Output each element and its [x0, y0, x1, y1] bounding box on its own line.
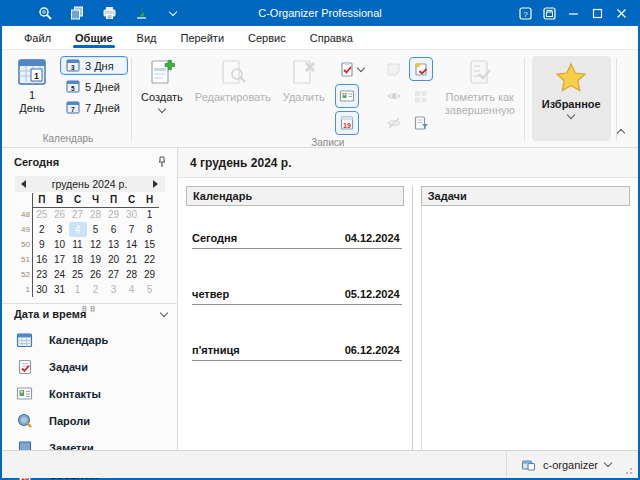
- close-icon[interactable]: [610, 4, 632, 22]
- hide-icon[interactable]: [382, 111, 406, 135]
- sidebar-item-tasks[interactable]: Задачи: [2, 353, 177, 380]
- calendar-day[interactable]: 18: [69, 252, 87, 267]
- sticky-note-icon[interactable]: [382, 57, 406, 81]
- calendar-day[interactable]: 4: [123, 282, 141, 297]
- menu-item-4[interactable]: Сервис: [238, 26, 296, 49]
- maximize-icon[interactable]: [586, 4, 608, 22]
- calendar-day[interactable]: 11: [69, 237, 87, 252]
- sidebar-item-contacts[interactable]: Контакты: [2, 380, 177, 407]
- one-day-button[interactable]: 1 1День: [8, 54, 56, 116]
- calendar-panel-body[interactable]: Сегодня04.12.2024четвер05.12.2024п'ятниц…: [186, 206, 404, 450]
- calendar-day-row[interactable]: Сегодня04.12.2024: [192, 232, 402, 249]
- calendar-weeks: 4825262728293014923456785091011121314155…: [15, 207, 159, 297]
- pin-icon[interactable]: [157, 156, 167, 168]
- calendar-day[interactable]: 3: [51, 222, 69, 237]
- menu-item-2[interactable]: Вид: [127, 26, 167, 49]
- day-view-button-1[interactable]: 55 Дней: [60, 77, 128, 96]
- menu-item-0[interactable]: Файл: [14, 26, 61, 49]
- calendar-week-row: 1303112345: [15, 282, 159, 297]
- eye-icon[interactable]: [382, 84, 406, 108]
- calendar-day[interactable]: 24: [51, 267, 69, 282]
- calendar-day[interactable]: 27: [105, 267, 123, 282]
- calendar-day[interactable]: 1: [69, 282, 87, 297]
- grid-icon[interactable]: [409, 84, 433, 108]
- calendar-day[interactable]: 15: [141, 237, 159, 252]
- calendar-day[interactable]: 20: [105, 252, 123, 267]
- qat-chevron-down-icon[interactable]: [164, 4, 182, 22]
- pin-window-icon[interactable]: [538, 4, 560, 22]
- calendar-day[interactable]: 31: [51, 282, 69, 297]
- calendar-day[interactable]: 16: [33, 252, 51, 267]
- sidebar-item-calendar[interactable]: Календарь: [2, 326, 177, 353]
- calendar-day[interactable]: 1: [141, 207, 159, 222]
- calendar-day[interactable]: 29: [105, 207, 123, 222]
- task-flag-icon[interactable]: [409, 57, 433, 81]
- calendar-day[interactable]: 6: [105, 222, 123, 237]
- menu-item-5[interactable]: Справка: [300, 26, 363, 49]
- calendar-day-selected[interactable]: 4: [69, 222, 87, 237]
- splitter-handle[interactable]: ⠿⠿: [81, 305, 98, 314]
- delete-button[interactable]: Удалить: [277, 54, 331, 106]
- print-icon[interactable]: [100, 4, 118, 22]
- sidebar-item-passwords[interactable]: Пароли: [2, 407, 177, 434]
- minimize-icon[interactable]: [562, 4, 584, 22]
- database-label: c-organizer: [543, 459, 598, 471]
- calendar-day[interactable]: 8: [141, 222, 159, 237]
- menu-item-1[interactable]: Общие: [65, 26, 123, 49]
- calendar-day[interactable]: 25: [33, 207, 51, 222]
- event-calendar-icon[interactable]: 19: [335, 111, 359, 135]
- help-icon[interactable]: ?: [514, 4, 536, 22]
- calendar-day[interactable]: 9: [33, 237, 51, 252]
- contact-card-icon[interactable]: [335, 84, 359, 108]
- calendar-day[interactable]: 28: [87, 207, 105, 222]
- calendar-day[interactable]: 3: [105, 282, 123, 297]
- next-month-icon[interactable]: [153, 180, 158, 188]
- calendar-day[interactable]: 30: [33, 282, 51, 297]
- day-view-button-0[interactable]: 33 Дня: [60, 56, 128, 75]
- calendar-day[interactable]: 25: [69, 267, 87, 282]
- calendar-day[interactable]: 5: [141, 282, 159, 297]
- day-view-button-2[interactable]: 77 Дней: [60, 98, 128, 117]
- tasks-panel-body[interactable]: [421, 206, 630, 450]
- calendar-day[interactable]: 23: [33, 267, 51, 282]
- calendar-day[interactable]: 19: [87, 252, 105, 267]
- calendar-day[interactable]: 14: [123, 237, 141, 252]
- calendar-day[interactable]: 5: [87, 222, 105, 237]
- mini-calendar-grid[interactable]: ПВСЧПСН 48252627282930149234567850910111…: [15, 193, 159, 297]
- edit-button[interactable]: Редактировать: [189, 54, 277, 106]
- calendar-day[interactable]: 17: [51, 252, 69, 267]
- calendar-day[interactable]: 27: [69, 207, 87, 222]
- calendar-day[interactable]: 22: [141, 252, 159, 267]
- week-number: 51: [15, 252, 33, 267]
- calendar-week-row: 509101112131415: [15, 237, 159, 252]
- ribbon-group-calendar: 1 1День 33 Дня55 Дней77 Дней Календарь: [8, 54, 128, 147]
- calendar-day[interactable]: 13: [105, 237, 123, 252]
- calendar-day[interactable]: 26: [87, 267, 105, 282]
- calendar-day-row[interactable]: четвер05.12.2024: [192, 288, 402, 305]
- menu-item-3[interactable]: Перейти: [170, 26, 234, 49]
- calendar-day[interactable]: 10: [51, 237, 69, 252]
- calendar-day[interactable]: 21: [123, 252, 141, 267]
- calendar-day[interactable]: 28: [123, 267, 141, 282]
- calendar-day[interactable]: 12: [87, 237, 105, 252]
- calendar-day[interactable]: 30: [123, 207, 141, 222]
- calendar-day-row[interactable]: п'ятниця06.12.2024: [192, 344, 402, 361]
- prev-month-icon[interactable]: [21, 180, 26, 188]
- calendar-day[interactable]: 26: [51, 207, 69, 222]
- collapse-ribbon-icon[interactable]: [617, 129, 625, 137]
- filter-icon[interactable]: [409, 111, 433, 135]
- database-selector[interactable]: c-organizer: [506, 451, 625, 478]
- clipboard-check-icon[interactable]: [335, 57, 369, 81]
- calendar-day[interactable]: 29: [141, 267, 159, 282]
- calendar-day[interactable]: 2: [33, 222, 51, 237]
- search-icon[interactable]: [36, 4, 54, 22]
- calendar-day[interactable]: 2: [87, 282, 105, 297]
- mark-completed-button[interactable]: Пометить какзавершенную: [439, 54, 521, 118]
- import-icon[interactable]: [132, 4, 150, 22]
- favorites-button[interactable]: Избранное: [532, 56, 611, 141]
- create-button[interactable]: Создать: [135, 54, 189, 114]
- resize-grip[interactable]: [625, 465, 635, 475]
- datetime-section-header[interactable]: Дата и время ⠿⠿: [2, 303, 177, 322]
- copy-icon[interactable]: [68, 4, 86, 22]
- calendar-day[interactable]: 7: [123, 222, 141, 237]
